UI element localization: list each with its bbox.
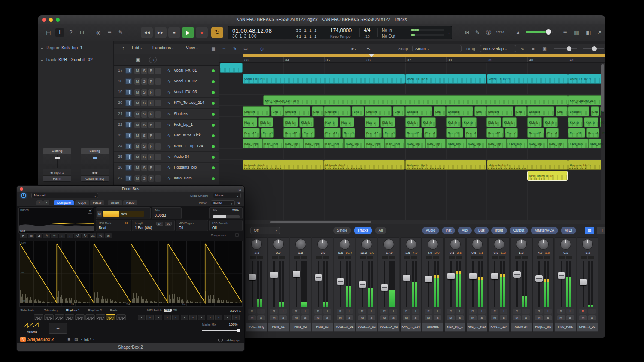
wave-slot-button[interactable]: ▾ [155, 315, 162, 320]
scrollbar-thumb[interactable] [601, 64, 604, 112]
mute-button[interactable]: M [447, 315, 455, 320]
mute-button[interactable]: M [425, 315, 432, 320]
input-monitor-button[interactable]: I [588, 309, 596, 314]
mixer-filter-input[interactable]: Input [491, 227, 507, 234]
secondary-tool-button[interactable]: +▾ [364, 45, 373, 52]
mute-button[interactable]: M [134, 68, 140, 74]
mixer-filter-bus[interactable]: Bus [474, 227, 489, 234]
bar-ruler[interactable]: 333435363738394041 [219, 54, 605, 63]
region[interactable]: Vocal_FX_02↻ [568, 74, 605, 84]
region[interactable]: Rec_s12 [405, 128, 422, 138]
region[interactable]: Kick_b [584, 117, 598, 127]
chain-icon[interactable]: ⊗ [237, 201, 240, 205]
region[interactable]: Rec_s1 [586, 128, 599, 138]
mute-button[interactable]: M [134, 154, 140, 160]
input-monitor-button[interactable]: I [323, 309, 331, 314]
input-monitor-button[interactable]: I [155, 133, 161, 139]
input-monitor-button[interactable]: I [155, 122, 161, 128]
plugin-tab-sidechain[interactable]: Sidechain [20, 308, 34, 312]
mute-button[interactable]: M [134, 78, 140, 85]
mixer-filter-aux[interactable]: Aux [458, 227, 472, 234]
region[interactable]: Sha [393, 106, 405, 116]
mixer-channel-strip[interactable]: -8,2RIMSKPB…ll_02 [577, 237, 598, 332]
strip-setting-button[interactable]: Setting [81, 148, 109, 154]
volume-fader[interactable] [315, 274, 322, 281]
close-button[interactable] [42, 18, 46, 22]
io-slots[interactable] [471, 256, 483, 259]
scrollbar-thumb[interactable] [270, 221, 371, 223]
drag-dropdown[interactable]: No Overlap▾ [480, 45, 516, 52]
mixer-channel-strip[interactable]: 1,8RIMSFlute_02 [290, 237, 311, 332]
play-button[interactable]: ▶ [182, 27, 194, 38]
record-enable-button[interactable]: R [337, 309, 344, 314]
slope-tool-icon[interactable]: ◢ [36, 233, 42, 238]
track-inspector-header[interactable]: ▸Track: KPB_DrumFill_02 [41, 57, 93, 62]
playhead[interactable] [371, 54, 371, 221]
track-header[interactable]: 25MSRI∿Audio 34 [114, 152, 219, 163]
io-slots[interactable] [316, 256, 329, 259]
input-monitor-button[interactable]: I [155, 78, 161, 85]
strip-setting-button[interactable]: Setting [43, 148, 71, 154]
region[interactable]: Sha [515, 106, 527, 116]
mute-button[interactable]: M [134, 111, 140, 118]
wave-slot-button[interactable]: ▾ [198, 315, 205, 320]
horizontal-scrollbar[interactable] [219, 220, 605, 224]
region[interactable]: Kick_b [462, 117, 477, 127]
midi-trigger-value[interactable]: Off [179, 226, 183, 230]
track-header[interactable]: 22MSRI∿Kick_bip_1 [114, 120, 219, 130]
sidechain-dropdown[interactable]: None▾ [213, 193, 241, 198]
region[interactable]: Shakers [243, 106, 270, 116]
record-enable-button[interactable]: R [148, 154, 154, 160]
region[interactable]: Shakers [405, 106, 432, 116]
apple-loops-icon[interactable]: ▥ [572, 28, 581, 37]
region[interactable]: Rec_s1 [546, 128, 559, 138]
zoom-button[interactable] [56, 18, 60, 22]
inspector-channel-strip[interactable]: Setting◉◉Channel EQ [81, 148, 109, 182]
compressor-power-button[interactable] [235, 233, 239, 237]
io-slots[interactable] [338, 256, 351, 259]
volume-fader[interactable] [381, 284, 388, 291]
solo-button[interactable]: S [566, 315, 574, 320]
track-header[interactable]: 24MSRI∿KAN_T…op_124 [114, 141, 219, 152]
region[interactable]: Shakers [568, 106, 589, 116]
solo-button[interactable]: S [434, 315, 441, 320]
mute-button[interactable]: M [403, 315, 410, 320]
wave-preset-thumb[interactable] [55, 314, 64, 320]
region[interactable]: Kick_b [258, 117, 273, 127]
lfo-smooth-value[interactable]: Off [212, 226, 217, 230]
clear-wave-icon[interactable]: ⊠ [105, 233, 112, 238]
edit-menu[interactable]: Edit▾ [132, 45, 142, 50]
region[interactable]: Sha [271, 106, 283, 116]
track-header[interactable]: 18MSRI∿Vocal_FX_02 [114, 76, 219, 87]
editors-icon[interactable]: ✎ [116, 28, 125, 37]
mixer-filter-audio[interactable]: Audio [422, 227, 439, 234]
help-icon[interactable]: ? [66, 28, 76, 37]
region[interactable]: Kick_b [421, 117, 436, 127]
paste-button[interactable]: Paste [90, 200, 104, 205]
volume-fader[interactable] [403, 275, 410, 281]
band-display[interactable]: Bands S Mid [18, 207, 94, 234]
solo-button[interactable]: S [141, 89, 147, 96]
solo-button[interactable]: S [141, 100, 147, 106]
volume-band-tab[interactable]: Volume [20, 322, 44, 335]
rewind-button[interactable]: ◀◀ [141, 27, 153, 38]
minimize-button[interactable] [49, 18, 53, 22]
input-monitor-button[interactable]: I [155, 175, 161, 182]
plugin-tab-rhythm1[interactable]: Rhythm 1 [66, 308, 80, 312]
add-tracks-icon[interactable]: ⊞ [77, 28, 87, 37]
region[interactable]: Shakers [486, 106, 513, 116]
record-enable-button[interactable]: R [148, 89, 154, 96]
volume-fader[interactable] [580, 279, 587, 285]
volume-fader[interactable] [293, 271, 300, 277]
compare-button[interactable]: Compare [54, 200, 74, 205]
add-band-button[interactable]: + [49, 323, 67, 334]
mixer-view-wide-icon[interactable]: ▯ [597, 227, 605, 234]
mixer-view-strip-icon[interactable]: ▦ [585, 227, 594, 234]
region[interactable]: Kick_b [405, 117, 420, 127]
io-slots[interactable] [360, 256, 373, 259]
region[interactable]: Shakers [365, 106, 392, 116]
region[interactable]: KPB_DrumFill_02▸▸▸▸▸▸▸ [527, 171, 568, 181]
input-monitor-button[interactable]: I [301, 309, 309, 314]
flex-icon[interactable]: ◇ [258, 45, 266, 52]
strip-fader[interactable] [81, 154, 109, 169]
